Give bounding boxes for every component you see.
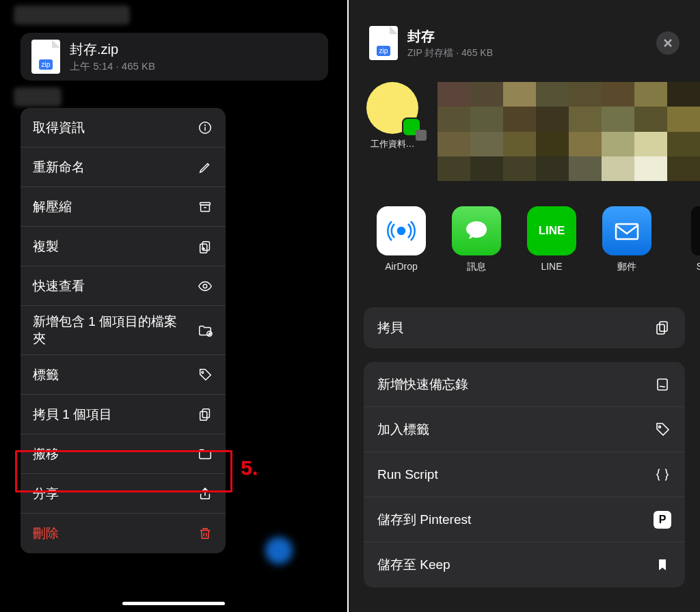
action-pinterest[interactable]: 儲存到 PinterestP — [364, 497, 685, 542]
action-label: 加入標籤 — [377, 421, 429, 439]
svg-rect-1 — [616, 224, 638, 239]
action-label: 拷貝 — [377, 319, 403, 337]
share-sheet-subtitle: ZIP 封存檔 · 465 KB — [407, 47, 656, 59]
redacted-blur — [265, 537, 293, 564]
context-menu-screenshot: zip 封存.zip 上午 5:14 · 465 KB 取得資訊重新命名解壓縮複… — [0, 0, 349, 612]
contact-avatar-icon — [366, 82, 418, 134]
menu-item-label: 快速查看 — [33, 277, 85, 295]
action-note[interactable]: 新增快速備忘錄 — [364, 362, 685, 407]
svg-rect-2 — [660, 322, 667, 331]
redacted-mosaic — [438, 82, 700, 181]
menu-item-label: 刪除 — [33, 525, 59, 542]
copy-action-card: 拷貝 — [364, 307, 685, 348]
archive-icon — [197, 199, 213, 215]
share-sheet-screenshot: zip 封存 ZIP 封存檔 · 465 KB 工作資料… AirDrop訊息L… — [349, 0, 700, 612]
app-label: 訊息 — [439, 261, 514, 273]
menu-item-copy[interactable]: 拷貝 1 個項目 — [21, 395, 226, 434]
menu-item-label: 重新命名 — [33, 158, 85, 176]
menu-item-label: 標籤 — [33, 366, 59, 384]
info-icon — [197, 120, 213, 136]
menu-item-label: 拷貝 1 個項目 — [33, 406, 112, 423]
folder-plus-icon — [197, 322, 213, 339]
share-app-airdrop[interactable]: AirDrop — [364, 206, 439, 273]
zip-file-icon: zip — [369, 26, 398, 60]
menu-item-tag[interactable]: 標籤 — [21, 355, 226, 395]
tag-icon — [197, 367, 213, 383]
menu-item-eye[interactable]: 快速查看 — [21, 266, 226, 306]
share-app-mail[interactable]: 郵件 — [589, 206, 664, 273]
line-app-icon: LINE — [527, 206, 576, 255]
menu-item-archive[interactable]: 解壓縮 — [21, 187, 226, 227]
close-icon — [662, 38, 673, 48]
more-app-icon — [691, 206, 700, 255]
app-label: AirDrop — [364, 261, 439, 272]
svg-rect-3 — [657, 324, 664, 334]
airdrop-target[interactable]: 工作資料… — [358, 82, 427, 184]
tag-icon — [654, 421, 671, 439]
home-indicator[interactable] — [122, 602, 225, 605]
redacted-blur — [14, 87, 62, 107]
action-label: 儲存到 Pinterest — [377, 511, 471, 529]
annotation-step-number: 5. — [241, 456, 258, 479]
share-app-more[interactable]: Sc — [664, 206, 700, 273]
share-app-msg[interactable]: 訊息 — [439, 206, 514, 273]
share-apps-row: AirDrop訊息LINELINE郵件Sc — [364, 206, 700, 273]
menu-item-folder-plus[interactable]: 新增包含 1 個項目的檔案夾 — [21, 306, 226, 355]
file-subtitle: 上午 5:14 · 465 KB — [70, 60, 155, 73]
menu-item-label: 解壓縮 — [33, 198, 72, 216]
redacted-blur — [14, 5, 130, 25]
menu-item-pencil[interactable]: 重新命名 — [21, 148, 226, 187]
file-name: 封存.zip — [70, 40, 155, 59]
actions-list: 新增快速備忘錄加入標籤Run Script儲存到 PinterestP儲存至 K… — [364, 362, 685, 587]
action-label: 新增快速備忘錄 — [377, 376, 468, 393]
share-app-line[interactable]: LINELINE — [514, 206, 589, 273]
trash-icon — [197, 525, 213, 542]
action-label: 儲存至 Keep — [377, 556, 450, 574]
bookmark-icon — [654, 556, 671, 574]
copy-icon — [197, 406, 213, 423]
airdrop-app-icon — [377, 206, 426, 255]
menu-item-info[interactable]: 取得資訊 — [21, 108, 226, 148]
braces-icon — [654, 466, 671, 484]
pinterest-icon: P — [654, 511, 671, 529]
msg-app-icon — [452, 206, 501, 255]
menu-item-trash[interactable]: 刪除 — [21, 514, 226, 553]
menu-item-duplicate[interactable]: 複製 — [21, 227, 226, 266]
menu-item-label: 複製 — [33, 238, 59, 255]
copy-action[interactable]: 拷貝 — [364, 307, 685, 348]
menu-item-label: 取得資訊 — [33, 119, 85, 137]
mail-app-icon — [602, 206, 651, 255]
action-tag[interactable]: 加入標籤 — [364, 407, 685, 452]
app-label: LINE — [514, 261, 589, 272]
app-label: Sc — [664, 261, 700, 272]
action-braces[interactable]: Run Script — [364, 452, 685, 497]
action-bookmark[interactable]: 儲存至 Keep — [364, 542, 685, 587]
svg-point-0 — [398, 227, 405, 234]
file-card[interactable]: zip 封存.zip 上午 5:14 · 465 KB — [21, 33, 328, 81]
copy-icon — [654, 319, 671, 337]
note-icon — [654, 376, 671, 393]
close-button[interactable] — [656, 31, 679, 55]
eye-icon — [197, 278, 213, 294]
share-sheet-title: 封存 — [407, 27, 656, 46]
menu-item-label: 新增包含 1 個項目的檔案夾 — [33, 314, 183, 347]
app-label: 郵件 — [589, 261, 664, 273]
zip-file-icon: zip — [31, 40, 60, 74]
duplicate-icon — [197, 238, 213, 255]
pencil-icon — [197, 159, 213, 176]
action-label: Run Script — [377, 467, 438, 482]
share-highlight-box — [15, 450, 232, 492]
